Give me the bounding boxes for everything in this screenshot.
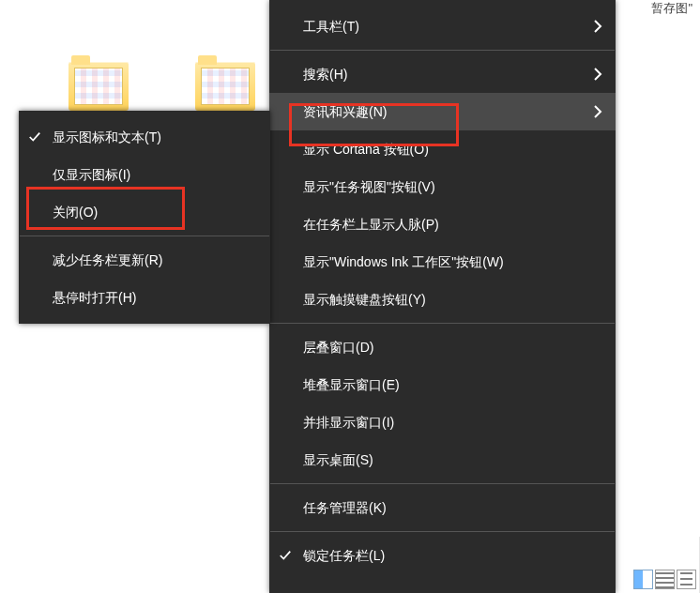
main-item-stack[interactable]: 堆叠显示窗口(E) [269,366,616,403]
menu-item-label: 减少任务栏更新(R) [32,252,162,267]
menu-item-label: 悬停时打开(H) [32,290,136,305]
menu-item-label: 显示"任务视图"按钮(V) [282,179,435,194]
menu-item-label: 显示触摸键盘按钮(Y) [282,292,426,307]
main-item-cascade[interactable]: 层叠窗口(D) [269,328,616,366]
menu-item-label: 搜索(H) [282,67,347,82]
main-item-taskview[interactable]: 显示"任务视图"按钮(V) [269,168,616,205]
sub-item-close[interactable]: 关闭(O) [19,193,270,231]
chevron-right-icon [593,104,602,119]
menu-item-label: 显示 Cortana 按钮(O) [282,142,429,157]
menu-item-label: 显示桌面(S) [282,452,373,467]
view-details-icon[interactable] [677,570,696,589]
main-item-news[interactable]: 资讯和兴趣(N) [269,93,616,130]
partial-window-text: 暂存图" [651,0,692,17]
sub-item-icons-text[interactable]: 显示图标和文本(T) [19,118,270,156]
checkmark-icon [279,549,292,562]
sub-item-icons-only[interactable]: 仅显示图标(I) [19,156,270,193]
taskbar-context-menu[interactable]: 工具栏(T)搜索(H)资讯和兴趣(N)显示 Cortana 按钮(O)显示"任务… [269,0,616,593]
main-item-ink[interactable]: 显示"Windows Ink 工作区"按钮(W) [269,243,616,281]
menu-item-label: 显示图标和文本(T) [32,129,161,144]
menu-item-label: 锁定任务栏(L) [282,548,385,563]
main-item-desktop[interactable]: 显示桌面(S) [269,441,616,479]
main-item-taskmgr[interactable]: 任务管理器(K) [269,489,616,526]
menu-item-label: 关闭(O) [32,205,98,220]
menu-separator [270,531,615,532]
menu-separator [270,483,615,484]
menu-item-label: 层叠窗口(D) [282,340,373,355]
menu-separator [20,236,269,236]
menu-item-label: 任务管理器(K) [282,500,387,515]
menu-separator [270,50,615,51]
menu-item-label: 工具栏(T) [282,19,359,34]
folder-thumbnail [74,68,123,105]
menu-item-label: 显示"Windows Ink 工作区"按钮(W) [282,254,504,269]
explorer-view-icons [633,570,696,589]
folder-icon-1[interactable] [68,62,129,111]
menu-item-label: 仅显示图标(I) [32,167,130,182]
view-list-icon[interactable] [655,570,675,589]
folder-thumbnail [201,68,250,105]
main-item-touchkey[interactable]: 显示触摸键盘按钮(Y) [269,281,616,318]
checkmark-icon [28,130,41,144]
sub-item-hover[interactable]: 悬停时打开(H) [19,279,270,316]
view-large-icon[interactable] [633,570,653,589]
menu-item-label: 资讯和兴趣(N) [282,104,387,119]
menu-separator [270,323,615,324]
main-item-lock[interactable]: 锁定任务栏(L) [269,537,616,574]
main-item-toolbars[interactable]: 工具栏(T) [269,8,616,45]
main-item-cortana[interactable]: 显示 Cortana 按钮(O) [269,130,616,168]
menu-item-label: 并排显示窗口(I) [282,415,394,430]
chevron-right-icon [593,67,602,82]
sub-item-reduce[interactable]: 减少任务栏更新(R) [19,241,270,279]
main-item-search[interactable]: 搜索(H) [269,55,616,93]
news-interests-submenu[interactable]: 显示图标和文本(T)仅显示图标(I)关闭(O)减少任务栏更新(R)悬停时打开(H… [19,111,270,324]
menu-item-label: 在任务栏上显示人脉(P) [282,217,439,232]
folder-icon-2[interactable] [195,62,255,111]
chevron-right-icon [593,19,602,34]
main-item-people[interactable]: 在任务栏上显示人脉(P) [269,205,616,243]
main-item-side[interactable]: 并排显示窗口(I) [269,403,616,441]
menu-item-label: 堆叠显示窗口(E) [282,377,400,392]
